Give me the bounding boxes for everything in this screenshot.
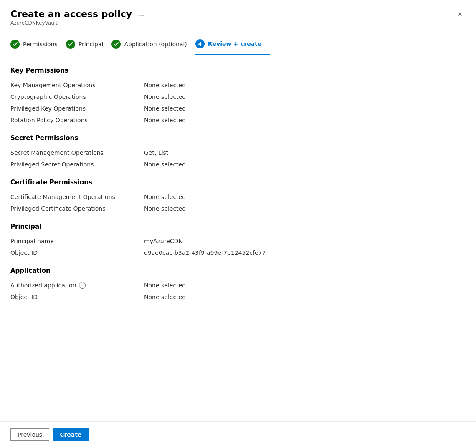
- secret-permissions-section: Secret Permissions Secret Management Ope…: [10, 134, 466, 170]
- close-button[interactable]: ×: [454, 10, 466, 19]
- step-application[interactable]: Application (optional): [111, 35, 195, 55]
- authorized-app-info-icon[interactable]: i: [79, 282, 86, 289]
- crypto-ops-label: Cryptographic Operations: [10, 93, 144, 100]
- principal-heading: Principal: [10, 223, 466, 230]
- application-table: Authorized application i None selected O…: [10, 279, 466, 303]
- previous-button[interactable]: Previous: [10, 428, 49, 441]
- principal-name-row: Principal name myAzureCDN: [10, 235, 466, 247]
- step-application-icon: [111, 40, 121, 49]
- key-mgmt-value: None selected: [144, 82, 186, 88]
- step-permissions[interactable]: Permissions: [10, 35, 66, 55]
- secret-permissions-table: Secret Management Operations Get, List P…: [10, 147, 466, 170]
- panel-content: Key Permissions Key Management Operation…: [0, 55, 476, 421]
- key-permissions-section: Key Permissions Key Management Operation…: [10, 67, 466, 126]
- panel-title: Create an access policy: [10, 9, 132, 19]
- certificate-permissions-section: Certificate Permissions Certificate Mana…: [10, 179, 466, 214]
- title-left: Create an access policy ...: [10, 9, 146, 19]
- step-principal[interactable]: Principal: [66, 35, 112, 55]
- crypto-ops-value: None selected: [144, 93, 186, 100]
- privileged-secret-label: Privileged Secret Operations: [10, 161, 144, 168]
- crypto-ops-row: Cryptographic Operations None selected: [10, 91, 466, 103]
- create-button[interactable]: Create: [53, 428, 89, 441]
- app-objectid-label: Object ID: [10, 294, 144, 300]
- certificate-permissions-heading: Certificate Permissions: [10, 179, 466, 186]
- application-section: Application Authorized application i Non…: [10, 267, 466, 303]
- principal-objectid-row: Object ID d9ae0cac-b3a2-43f9-a99e-7b1245…: [10, 247, 466, 259]
- secret-mgmt-row: Secret Management Operations Get, List: [10, 147, 466, 159]
- privileged-secret-row: Privileged Secret Operations None select…: [10, 159, 466, 170]
- panel-footer: Previous Create: [0, 421, 476, 448]
- create-access-policy-panel: Create an access policy ... × AzureCDNKe…: [0, 0, 476, 448]
- principal-name-value: myAzureCDN: [144, 238, 183, 244]
- authorized-app-label: Authorized application i: [10, 282, 144, 289]
- principal-name-label: Principal name: [10, 238, 144, 244]
- principal-section: Principal Principal name myAzureCDN Obje…: [10, 223, 466, 259]
- rotation-policy-label: Rotation Policy Operations: [10, 117, 144, 123]
- privileged-key-value: None selected: [144, 105, 186, 112]
- secret-permissions-heading: Secret Permissions: [10, 134, 466, 142]
- step-principal-label: Principal: [78, 41, 104, 48]
- step-permissions-icon: [10, 40, 20, 49]
- privileged-secret-value: None selected: [144, 161, 186, 168]
- certificate-permissions-table: Certificate Management Operations None s…: [10, 191, 466, 214]
- application-heading: Application: [10, 267, 466, 274]
- principal-objectid-label: Object ID: [10, 249, 144, 256]
- step-review-icon: 4: [195, 39, 205, 48]
- app-objectid-value: None selected: [144, 294, 186, 300]
- app-objectid-row: Object ID None selected: [10, 291, 466, 303]
- privileged-cert-value: None selected: [144, 205, 186, 212]
- cert-mgmt-row: Certificate Management Operations None s…: [10, 191, 466, 203]
- key-permissions-table: Key Management Operations None selected …: [10, 79, 466, 126]
- privileged-cert-row: Privileged Certificate Operations None s…: [10, 203, 466, 214]
- title-row: Create an access policy ... ×: [10, 9, 466, 19]
- privileged-key-label: Privileged Key Operations: [10, 105, 144, 112]
- rotation-policy-row: Rotation Policy Operations None selected: [10, 114, 466, 126]
- privileged-key-row: Privileged Key Operations None selected: [10, 103, 466, 114]
- ellipsis-button[interactable]: ...: [136, 9, 146, 19]
- step-permissions-label: Permissions: [23, 41, 58, 48]
- panel-header: Create an access policy ... × AzureCDNKe…: [0, 0, 476, 26]
- wizard-steps: Permissions Principal Application (optio…: [0, 26, 476, 55]
- cert-mgmt-value: None selected: [144, 194, 186, 200]
- secret-mgmt-value: Get, List: [144, 149, 168, 156]
- key-mgmt-label: Key Management Operations: [10, 82, 144, 88]
- step-application-label: Application (optional): [124, 41, 187, 48]
- key-mgmt-row: Key Management Operations None selected: [10, 79, 466, 91]
- principal-table: Principal name myAzureCDN Object ID d9ae…: [10, 235, 466, 259]
- rotation-policy-value: None selected: [144, 117, 186, 123]
- privileged-cert-label: Privileged Certificate Operations: [10, 205, 144, 212]
- panel-subtitle: AzureCDNKeyVault: [10, 20, 466, 26]
- principal-objectid-value: d9ae0cac-b3a2-43f9-a99e-7b12452cfe77: [144, 249, 266, 256]
- authorized-app-value: None selected: [144, 282, 186, 289]
- step-principal-icon: [66, 40, 75, 49]
- secret-mgmt-label: Secret Management Operations: [10, 149, 144, 156]
- authorized-app-row: Authorized application i None selected: [10, 279, 466, 291]
- cert-mgmt-label: Certificate Management Operations: [10, 194, 144, 200]
- step-review-label: Review + create: [208, 40, 261, 47]
- key-permissions-heading: Key Permissions: [10, 67, 466, 74]
- step-review[interactable]: 4 Review + create: [195, 34, 270, 55]
